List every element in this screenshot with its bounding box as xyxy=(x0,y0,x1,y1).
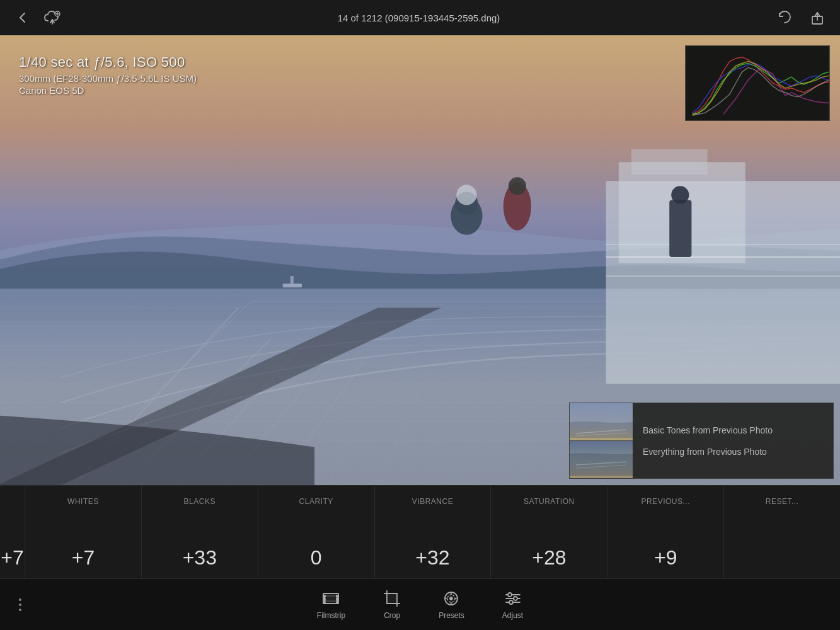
reset-cell[interactable]: RESET... xyxy=(724,486,840,578)
svg-rect-51 xyxy=(337,595,338,597)
presets-button[interactable]: Presets xyxy=(439,590,464,620)
prev-popup-thumbnail xyxy=(570,403,633,478)
dot3 xyxy=(19,609,21,611)
adjust-label: Adjust xyxy=(502,611,523,620)
prev-popup: Basic Tones from Previous Photo Everythi… xyxy=(569,403,834,479)
saturation-label: SATURATION xyxy=(524,497,575,506)
svg-rect-17 xyxy=(283,284,302,287)
header-left xyxy=(13,8,63,28)
crop-icon xyxy=(383,590,401,607)
svg-rect-21 xyxy=(631,149,708,175)
whites-label: WHITES xyxy=(67,497,99,506)
crop-label: Crop xyxy=(384,611,400,620)
share-button[interactable] xyxy=(807,8,827,28)
header: 14 of 1212 (090915-193445-2595.dng) xyxy=(0,0,840,35)
clarity-cell[interactable]: CLARITY 0 xyxy=(258,486,375,578)
blacks-label: BLACKS xyxy=(184,497,216,506)
prev-thumb-bot xyxy=(570,441,633,478)
camera-info: Canon EOS 5D xyxy=(19,85,197,96)
presets-icon xyxy=(442,590,460,607)
reset-label: RESET... xyxy=(766,497,799,506)
basic-tones-option[interactable]: Basic Tones from Previous Photo xyxy=(643,425,823,435)
lens-info: 300mm (EF28-300mm ƒ/3.5-5.6L IS USM) xyxy=(19,73,197,84)
whites-cell[interactable]: WHITES +7 xyxy=(25,486,142,578)
svg-point-31 xyxy=(671,186,689,203)
everything-option[interactable]: Everything from Previous Photo xyxy=(643,447,823,457)
photo-area: 1/40 sec at ƒ/5.6, ISO 500 300mm (EF28-3… xyxy=(0,35,840,485)
previous-label: PREVIOUS... xyxy=(641,497,690,506)
svg-point-71 xyxy=(508,593,512,597)
prev-popup-options: Basic Tones from Previous Photo Everythi… xyxy=(633,403,833,478)
vibrance-cell[interactable]: VIBRANCE +32 xyxy=(375,486,492,578)
undo-button[interactable] xyxy=(774,8,795,28)
svg-rect-60 xyxy=(387,593,397,604)
filmstrip-label: Filmstrip xyxy=(317,611,345,620)
filmstrip-button[interactable]: Filmstrip xyxy=(317,590,345,620)
histogram-svg xyxy=(686,46,829,120)
svg-rect-47 xyxy=(325,593,337,604)
prev-thumb-top xyxy=(570,403,633,441)
svg-point-29 xyxy=(509,177,526,195)
blacks-value: +33 xyxy=(183,546,217,570)
exposure-info: 1/40 sec at ƒ/5.6, ISO 500 xyxy=(19,54,197,71)
previous-cell[interactable]: PREVIOUS... +9 xyxy=(607,486,724,578)
toolbar-tools: Filmstrip Crop Prese xyxy=(317,590,523,620)
svg-point-63 xyxy=(450,597,452,600)
svg-point-72 xyxy=(514,597,517,600)
svg-point-27 xyxy=(456,185,476,205)
previous-value: +9 xyxy=(654,546,677,570)
saturation-value: +28 xyxy=(532,546,566,570)
svg-rect-48 xyxy=(323,595,325,597)
photo-canvas: 1/40 sec at ƒ/5.6, ISO 500 300mm (EF28-3… xyxy=(0,35,840,485)
more-options-button[interactable] xyxy=(13,598,28,611)
dot2 xyxy=(19,604,21,606)
presets-label: Presets xyxy=(439,611,464,620)
svg-rect-53 xyxy=(337,602,338,604)
header-right xyxy=(774,8,827,28)
svg-rect-18 xyxy=(291,276,294,284)
clarity-value: 0 xyxy=(311,546,322,570)
svg-point-73 xyxy=(509,600,513,604)
vibrance-value: +32 xyxy=(415,546,449,570)
adjust-icon xyxy=(504,590,522,607)
vibrance-label: VIBRANCE xyxy=(412,497,453,506)
svg-rect-52 xyxy=(337,598,338,600)
dot1 xyxy=(19,598,21,601)
photo-info: 1/40 sec at ƒ/5.6, ISO 500 300mm (EF28-3… xyxy=(19,54,197,96)
cloud-upload-icon[interactable] xyxy=(43,8,63,28)
svg-rect-50 xyxy=(323,602,325,604)
exposure-value: +7 xyxy=(1,546,23,570)
clarity-label: CLARITY xyxy=(299,497,333,506)
toolbar: Filmstrip Crop Prese xyxy=(0,578,840,630)
header-title: 14 of 1212 (090915-193445-2595.dng) xyxy=(338,13,500,23)
blacks-cell[interactable]: BLACKS +33 xyxy=(142,486,258,578)
back-button[interactable] xyxy=(13,8,33,28)
adjust-button[interactable]: Adjust xyxy=(502,590,523,620)
exposure-cell[interactable]: +7 xyxy=(0,486,25,578)
crop-button[interactable]: Crop xyxy=(383,590,401,620)
filmstrip-icon xyxy=(322,590,340,607)
saturation-cell[interactable]: SATURATION +28 xyxy=(491,486,607,578)
whites-value: +7 xyxy=(72,546,95,570)
histogram xyxy=(685,45,830,121)
sliders-bar: +7 WHITES +7 BLACKS +33 CLARITY 0 VIBRAN… xyxy=(0,485,840,578)
svg-rect-49 xyxy=(323,598,325,600)
svg-rect-30 xyxy=(669,200,691,257)
